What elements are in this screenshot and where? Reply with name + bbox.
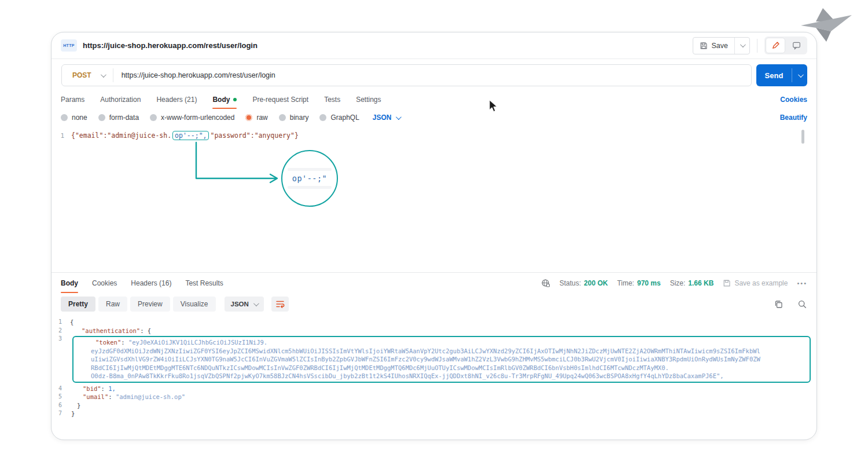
annotation-arrow [52,126,817,272]
wrap-text-button[interactable] [271,297,289,312]
body-language-dropdown[interactable]: JSON [373,114,400,122]
code-text: "authentication": { [70,327,151,335]
mode-binary-label: binary [290,114,309,122]
cookies-link[interactable]: Cookies [780,96,807,104]
response-line: 4 "bid": 1, [52,385,816,393]
tab-body[interactable]: Body [212,90,237,109]
response-language-label: JSON [231,301,249,308]
mode-form-data[interactable]: form-data [98,114,139,122]
json-punct: : [121,339,128,346]
save-button[interactable]: Save [693,37,751,54]
url-divider [113,68,113,82]
globe-lock-icon [541,279,550,288]
save-dropdown-button[interactable] [735,43,749,47]
tab-settings[interactable]: Settings [356,90,381,109]
request-body-line: 1 {"email":"admin@juice-sh.op'--;","pass… [52,126,816,140]
mouse-cursor [489,100,498,112]
mode-raw-label: raw [256,114,267,122]
method-selector[interactable]: POST [62,71,101,79]
chevron-down-icon [395,114,401,120]
header-actions: Save [693,36,808,54]
copy-icon[interactable] [774,299,784,309]
view-visualize[interactable]: Visualize [173,297,216,312]
size-badge: Size:1.66 KB [670,279,714,287]
mode-raw[interactable]: raw [245,114,267,122]
unsaved-changes-dot [233,98,237,101]
callout-stripe [288,186,331,189]
editor-scrollbar[interactable] [801,130,804,144]
response-tab-body[interactable]: Body [61,273,78,293]
time-value: 970 ms [637,279,661,287]
view-pretty[interactable]: Pretty [61,297,95,312]
mode-none[interactable]: none [61,114,87,122]
chevron-down-icon [253,301,259,306]
chevron-down-icon [740,42,746,47]
comment-button[interactable] [786,38,806,53]
header-divider [757,39,757,53]
token-line: uIiwiZGVsdXhlVG9rZW4iOiIiLCJsYXN0TG9naW5… [78,355,805,364]
response-tab-cookies[interactable]: Cookies [92,273,117,293]
line-number: 4 [52,385,70,393]
send-dropdown-button[interactable] [792,74,807,78]
url-input[interactable]: https://juice-shop.herokuapp.com/rest/us… [122,71,275,79]
token-line: "token": "eyJ0eXAiOiJKV1QiLCJhbGciOiJSUz… [78,338,805,347]
code-text: } [70,409,75,418]
token-segment: "eyJ0eXAiOiJKV1QiLCJhbGciOiJSUzI1NiJ9. [128,339,267,346]
code-text: } [70,401,80,410]
mode-urlencoded[interactable]: x-www-form-urlencoded [150,114,234,122]
callout-stripe [288,168,331,171]
time-label: Time: [617,279,634,287]
response-tab-test-results[interactable]: Test Results [185,273,223,293]
token-line: RBdCI6IjIwMjQtMDEtMDggMTE6NTc6NDQuNTkzIC… [78,364,805,372]
status-badge: Status:200 OK [560,279,608,287]
search-icon[interactable] [797,299,807,309]
line-number: 6 [52,401,70,410]
tab-headers[interactable]: Headers (21) [156,90,197,109]
mode-graphql-label: GraphQL [330,114,359,122]
more-options-button[interactable]: ••• [797,280,807,287]
json-string: "admin@juice-sh.op" [116,393,185,400]
send-button-label: Send [756,71,792,80]
line-number: 1 [52,132,71,140]
edit-mode-button[interactable] [766,38,785,53]
request-title: https://juice-shop.herokuapp.com/rest/us… [83,41,258,50]
response-body-viewer[interactable]: 1 { 2 "authentication": { 3 "token": "ey… [52,315,816,418]
payload-callout-text: op'--;" [292,174,327,183]
tab-params[interactable]: Params [61,90,84,109]
radio-icon [279,114,286,121]
method-dropdown[interactable] [101,74,105,78]
view-preview[interactable]: Preview [130,297,170,312]
mode-graphql[interactable]: GraphQL [319,114,359,122]
radio-icon [319,114,326,121]
size-value: 1.66 KB [688,279,713,287]
save-floppy-icon [723,279,731,287]
url-container: POST https://juice-shop.herokuapp.com/re… [61,64,752,86]
request-body-code: {"email":"admin@juice-sh.op'--;","passwo… [71,131,299,140]
beautify-link[interactable]: Beautify [780,114,807,122]
send-button[interactable]: Send [756,64,807,86]
request-body-editor[interactable]: 1 {"email":"admin@juice-sh.op'--;","pass… [52,126,816,272]
save-as-example-button[interactable]: Save as example [723,279,788,287]
response-language-dropdown[interactable]: JSON [225,297,264,312]
tab-body-label: Body [212,96,230,104]
response-tab-headers[interactable]: Headers (16) [131,273,171,293]
response-toolbar-actions [774,299,807,309]
json-key: "token" [95,339,121,346]
response-view-toolbar: Pretty Raw Preview Visualize JSON [52,293,816,315]
mode-binary[interactable]: binary [279,114,309,122]
json-punct: : [108,393,116,400]
status-value: 200 OK [584,279,608,287]
mode-form-data-label: form-data [109,114,139,122]
response-meta: Status:200 OK Time:970 ms Size:1.66 KB S… [541,279,807,288]
tab-authorization[interactable]: Authorization [100,90,141,109]
body-language-label: JSON [373,114,392,122]
request-title-bar: HTTP https://juice-shop.herokuapp.com/re… [52,32,816,59]
mode-none-label: none [72,114,87,122]
save-floppy-icon [700,42,708,50]
tab-tests[interactable]: Tests [324,90,340,109]
tab-pre-request-script[interactable]: Pre-request Script [252,90,308,109]
view-raw[interactable]: Raw [98,297,127,312]
json-punct: : { [140,327,151,334]
payload-after: "password":"anyquery"} [210,131,298,140]
response-tabs-row: Body Cookies Headers (16) Test Results S… [52,272,816,293]
